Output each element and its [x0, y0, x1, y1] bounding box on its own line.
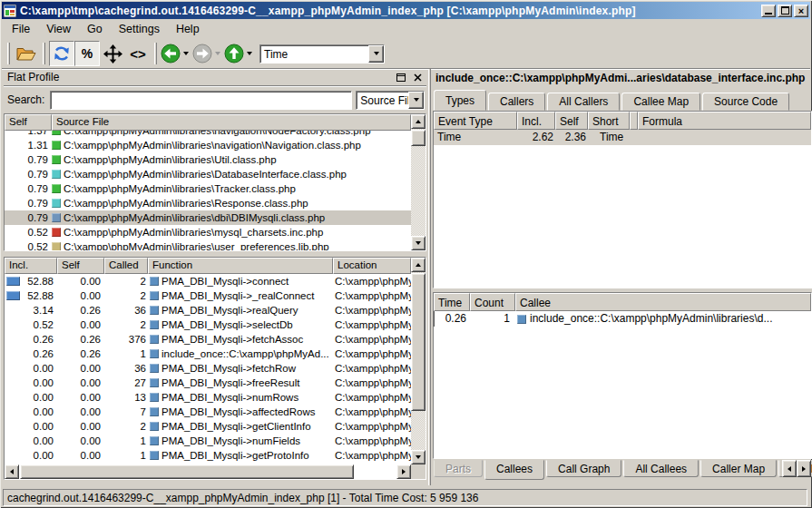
group-selector-dropdown[interactable] [408, 92, 424, 109]
cell-self: 0.00 [57, 434, 104, 448]
table-row[interactable]: 0.000.0013PMA_DBI_Mysqli->numRowsC:\xamp… [5, 390, 411, 405]
tab-call-graph[interactable]: Call Graph [546, 460, 621, 477]
forward-button[interactable] [192, 44, 220, 64]
minimize-button[interactable] [761, 5, 776, 17]
menu-file[interactable]: File [4, 20, 38, 38]
column-header-count[interactable]: Count [470, 293, 515, 311]
tab-all-callers[interactable]: All Callers [547, 93, 620, 111]
group-selector[interactable]: Source File [356, 91, 425, 110]
cell-called: 2 [104, 274, 148, 288]
toolbar-grip[interactable] [154, 43, 157, 64]
titlebar[interactable]: C:\xampp\tmp\cachegrind.out.1416463299-C… [2, 2, 810, 19]
dock-close-button[interactable] [410, 71, 425, 83]
table-row[interactable]: 0.52C:\xampp\phpMyAdmin\libraries\user_p… [5, 239, 411, 250]
event-type-selector[interactable]: Time [259, 44, 385, 64]
scroll-right-button[interactable] [396, 464, 411, 479]
tab-all-callees[interactable]: All Callees [623, 460, 699, 477]
column-header-time[interactable]: Time [434, 293, 470, 311]
table-row[interactable]: 0.79C:\xampp\phpMyAdmin\libraries\Databa… [5, 167, 411, 181]
table-row[interactable]: 0.79C:\xampp\phpMyAdmin\libraries\dbi\DB… [5, 210, 411, 225]
table-row[interactable]: 0.260.26376PMA_DBI_Mysqli->fetchAssocC:\… [5, 332, 411, 347]
menu-help[interactable]: Help [168, 20, 208, 38]
table-row[interactable]: 0.52C:\xampp\phpMyAdmin\libraries\mysql_… [5, 225, 411, 239]
close-button[interactable]: × [794, 5, 808, 17]
column-header-event-type[interactable]: Event Type [434, 112, 517, 130]
scroll-thumb[interactable] [411, 130, 426, 146]
refresh-button[interactable] [49, 41, 74, 66]
scroll-up-button[interactable] [411, 114, 426, 129]
cell-self: 1.31 [5, 138, 52, 152]
table-row[interactable]: 1.31C:\xampp\phpMyAdmin\libraries\naviga… [5, 138, 411, 152]
up-button[interactable] [224, 44, 252, 64]
toolbar-grip[interactable] [7, 43, 10, 64]
tab-source-code[interactable]: Source Code [702, 93, 789, 111]
table-row[interactable]: 0.260.261include_once::C:\xampp\phpMyAd.… [5, 347, 411, 361]
search-input[interactable] [50, 91, 352, 110]
tab-caller-map[interactable]: Caller Map [700, 460, 777, 477]
scroll-left-button[interactable] [5, 464, 19, 479]
open-file-button[interactable] [14, 41, 39, 66]
table-row[interactable]: 0.000.001PMA_DBI_Mysqli->numFieldsC:\xam… [5, 434, 411, 448]
percent-toggle-button[interactable]: % [74, 41, 100, 66]
column-header-self[interactable]: Self [57, 258, 104, 274]
scroll-up-button[interactable] [411, 258, 426, 272]
table-row[interactable]: 0.000.002PMA_DBI_Mysqli->getClientInfoC:… [5, 419, 411, 434]
tab-scroll-right-button[interactable] [797, 460, 811, 477]
table-row[interactable]: 0.261include_once::C:\xampp\phpMyAdmin\l… [434, 311, 811, 327]
file-type-icon [52, 228, 61, 237]
scroll-thumb[interactable] [20, 464, 354, 479]
column-header-self[interactable]: Self [555, 112, 588, 130]
function-name: PMA_DBI_Mysqli->selectDb [161, 318, 293, 332]
column-header-spacer[interactable] [630, 112, 638, 130]
column-header-incl-[interactable]: Incl. [517, 112, 555, 130]
event-type-selector-dropdown[interactable] [368, 45, 384, 63]
table-row[interactable]: 0.000.0036PMA_DBI_Mysqli->fetchRowC:\xam… [5, 361, 411, 376]
scroll-down-button[interactable] [411, 450, 426, 464]
dock-header[interactable]: Flat Profile [4, 69, 426, 86]
tab-scroll-left-button[interactable] [782, 460, 797, 477]
table-row[interactable]: 0.520.002PMA_DBI_Mysqli->selectDbC:\xamp… [5, 318, 411, 332]
table-row[interactable]: 0.79C:\xampp\phpMyAdmin\libraries\Respon… [5, 196, 411, 210]
dock-float-button[interactable] [394, 71, 408, 83]
tab-callers[interactable]: Callers [488, 93, 545, 111]
function-table-hscroll[interactable] [5, 464, 411, 479]
cell-event-type: Time [434, 130, 517, 145]
tab-callees[interactable]: Callees [484, 460, 544, 480]
column-header-callee[interactable]: Callee [515, 293, 811, 311]
column-header-called[interactable]: Called [104, 258, 148, 274]
function-table-vscroll[interactable] [411, 258, 426, 479]
scroll-thumb[interactable] [411, 273, 426, 411]
tab-types[interactable]: Types [434, 90, 486, 111]
scroll-down-button[interactable] [411, 236, 426, 250]
table-row[interactable]: 3.140.2636PMA_DBI_Mysqli->realQueryC:\xa… [5, 303, 411, 318]
swap-panes-button[interactable]: <> [125, 41, 151, 66]
toolbar-grip[interactable] [43, 43, 45, 64]
table-row[interactable]: 0.79C:\xampp\phpMyAdmin\libraries\Tracke… [5, 181, 411, 196]
cell-file: C:\xampp\phpMyAdmin\libraries\Util.class… [52, 152, 411, 167]
table-row[interactable]: 52.880.002PMA_DBI_Mysqli->_realConnectC:… [5, 288, 411, 303]
table-row[interactable]: 0.79C:\xampp\phpMyAdmin\libraries\Util.c… [5, 152, 411, 167]
up-dropdown-caret[interactable] [247, 52, 252, 55]
column-header-source-file[interactable]: Source File [52, 114, 411, 131]
menu-settings[interactable]: Settings [111, 20, 168, 38]
table-row[interactable]: 0.000.0027PMA_DBI_Mysqli->freeResultC:\x… [5, 376, 411, 390]
expand-button[interactable] [100, 41, 125, 66]
table-row[interactable]: 52.880.002PMA_DBI_Mysqli->connectC:\xamp… [5, 274, 411, 288]
column-header-short[interactable]: Short [588, 112, 630, 130]
table-row[interactable]: 1.37C:\xampp\phpMyAdmin\libraries\naviga… [5, 131, 411, 138]
column-header-function[interactable]: Function [148, 258, 333, 274]
table-row[interactable]: 0.000.007PMA_DBI_Mysqli->affectedRowsC:\… [5, 405, 411, 419]
tab-callee-map[interactable]: Callee Map [621, 93, 700, 111]
column-header-self[interactable]: Self [5, 114, 52, 131]
column-header-formula[interactable]: Formula [638, 112, 811, 130]
menu-view[interactable]: View [38, 20, 79, 38]
maximize-button[interactable] [778, 5, 792, 17]
back-button[interactable] [161, 44, 189, 64]
table-row[interactable]: 0.000.001PMA_DBI_Mysqli->getProtoInfoC:\… [5, 448, 411, 463]
back-dropdown-caret[interactable] [183, 52, 189, 55]
menu-go[interactable]: Go [79, 20, 111, 38]
source-list-vscroll[interactable] [411, 114, 426, 250]
column-header-incl-[interactable]: Incl. [5, 258, 57, 274]
column-header-location[interactable]: Location [333, 258, 411, 274]
table-row[interactable]: Time2.622.36Time [434, 130, 811, 145]
